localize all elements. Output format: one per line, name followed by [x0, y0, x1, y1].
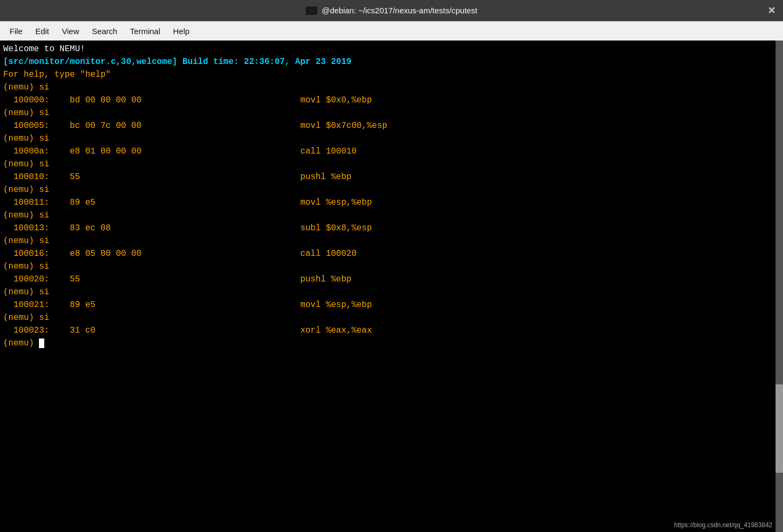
menu-item-file[interactable]: File — [4, 25, 28, 38]
terminal-content: Welcome to NEMU![src/monitor/monitor.c,3… — [3, 43, 780, 350]
terminal-line: 100010: 55 pushl %ebp — [3, 171, 780, 183]
scrollbar-thumb[interactable] — [776, 384, 783, 473]
terminal-line: (nemu) si — [3, 132, 780, 145]
window-title: @debian: ~/ics2017/nexus-am/tests/cputes… — [322, 6, 477, 15]
terminal-line: 100011: 89 e5 movl %esp,%ebp — [3, 196, 780, 209]
title-bar: @debian: ~/ics2017/nexus-am/tests/cputes… — [0, 0, 783, 21]
terminal-icon — [306, 6, 317, 15]
terminal-line: 100013: 83 ec 08 subl $0x8,%esp — [3, 222, 780, 235]
terminal-window: Welcome to NEMU![src/monitor/monitor.c,3… — [0, 41, 783, 532]
terminal-line: (nemu) si — [3, 81, 780, 94]
terminal-line: (nemu) si — [3, 260, 780, 273]
menu-item-search[interactable]: Search — [86, 25, 123, 38]
terminal-line: (nemu) si — [3, 235, 780, 247]
close-button[interactable]: ✕ — [768, 5, 776, 17]
terminal-line: (nemu) si — [3, 158, 780, 171]
terminal-line: 100000: bd 00 00 00 00 movl $0x0,%ebp — [3, 94, 780, 107]
terminal-line: 100020: 55 pushl %ebp — [3, 273, 780, 286]
terminal-line: (nemu) — [3, 337, 780, 350]
menu-item-edit[interactable]: Edit — [30, 25, 54, 38]
terminal-line: 100005: bc 00 7c 00 00 movl $0x7c00,%esp — [3, 119, 780, 132]
terminal-line: [src/monitor/monitor.c,30,welcome] Build… — [3, 55, 780, 68]
terminal-cursor — [39, 338, 44, 348]
terminal-line: (nemu) si — [3, 183, 780, 196]
menu-bar: FileEditViewSearchTerminalHelp — [0, 21, 783, 41]
terminal-line: Welcome to NEMU! — [3, 43, 780, 55]
terminal-line: 100021: 89 e5 movl %esp,%ebp — [3, 299, 780, 311]
terminal-line: For help, type "help" — [3, 68, 780, 81]
terminal-line: (nemu) si — [3, 107, 780, 119]
terminal-line: (nemu) si — [3, 311, 780, 324]
menu-item-help[interactable]: Help — [168, 25, 195, 38]
terminal-line: 100016: e8 05 00 00 00 call 100020 — [3, 247, 780, 260]
terminal-line: (nemu) si — [3, 286, 780, 299]
status-url: https://blog.csdn.net/qq_41983842 — [674, 520, 772, 530]
terminal-line: 100023: 31 c0 xorl %eax,%eax — [3, 324, 780, 337]
menu-item-terminal[interactable]: Terminal — [125, 25, 166, 38]
terminal-line: (nemu) si — [3, 209, 780, 222]
scrollbar[interactable] — [776, 41, 783, 532]
menu-item-view[interactable]: View — [57, 25, 84, 38]
terminal-line: 10000a: e8 01 00 00 00 call 100010 — [3, 145, 780, 158]
